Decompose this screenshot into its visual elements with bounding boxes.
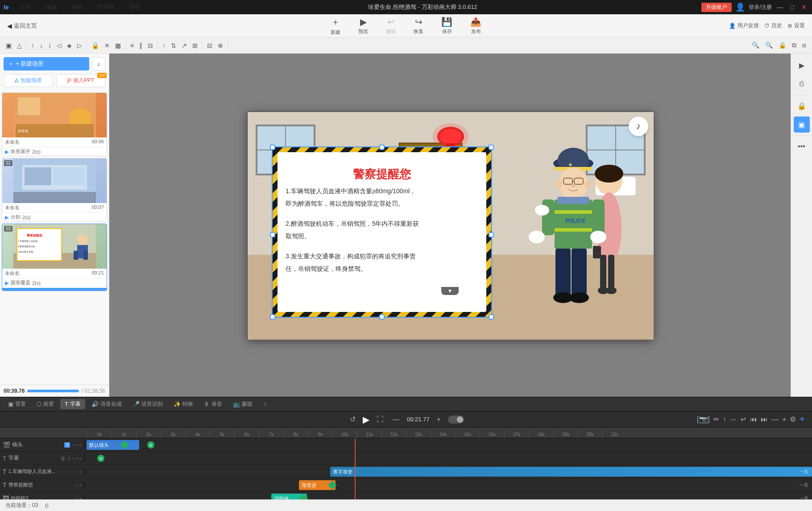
tab-stt[interactable]: 🎤 语音识别 <box>128 399 167 409</box>
tl-arrow-up-btn[interactable]: ↑ <box>723 415 726 424</box>
ai-scene-button[interactable]: A 智能场景 <box>4 74 53 87</box>
track-sub-trash[interactable]: 🗑 <box>60 455 66 461</box>
tool-zoom-out[interactable]: 🔍 <box>763 40 775 50</box>
redo-button[interactable]: ↪ 恢复 <box>410 15 427 37</box>
track-content-content[interactable]: 顶部伸 一直 <box>85 492 812 499</box>
canvas-scroll-area[interactable]: 警察提醒您 1.车辆驾驶人员血液中酒精含量≥80mg/100ml， 即为醉酒驾车… <box>109 54 791 397</box>
tl-plus-btn[interactable]: + <box>435 414 443 425</box>
tl-trans-btn[interactable]: ↔ <box>730 415 737 424</box>
track-cam-dot2[interactable]: • <box>75 442 78 448</box>
tab-record[interactable]: 🎙 录音 <box>199 399 227 409</box>
tab-tts[interactable]: 🔊 语音合成 <box>87 399 126 409</box>
tool-align-top[interactable]: ↑ <box>29 41 37 50</box>
tl-minus2-btn[interactable]: — <box>771 415 779 424</box>
track-camera-content[interactable]: 默认镜头 + <box>85 438 812 451</box>
tool-flip-v[interactable]: ⊕ <box>215 41 225 50</box>
rs-play-btn[interactable]: ▶ <box>794 57 810 73</box>
upgrade-button[interactable]: 升级账户 <box>701 3 732 12</box>
settings-button[interactable]: ⚙ 设置 <box>787 22 805 29</box>
undo-button[interactable]: ↩ 撤销 <box>382 15 399 37</box>
tool-align-left[interactable]: ◁ <box>54 41 64 50</box>
tab-mask[interactable]: 📺 蒙版 <box>228 399 257 409</box>
tab-effects[interactable]: ✨ 特效 <box>169 399 198 409</box>
track-t1-dot2[interactable]: • <box>79 469 82 475</box>
tl-plus2-btn[interactable]: + <box>782 415 786 424</box>
track-text1-content[interactable]: 逐字渐变 一直 <box>85 465 812 478</box>
tl-fullscreen-btn[interactable]: ⛶ <box>375 414 385 425</box>
tool-delete[interactable]: ✕ <box>102 41 112 50</box>
track-cam-dot3[interactable]: • <box>79 442 82 448</box>
rs-panel-btn[interactable]: ▣ <box>794 116 810 133</box>
menu-edit[interactable]: 编辑 <box>42 2 61 12</box>
scene-copy-icon[interactable]: ⎙ <box>45 503 48 509</box>
scene-item-1[interactable]: 未命名 未命名 00:06 ▶ 矩形展开 2(s) <box>2 92 107 156</box>
canvas-container[interactable]: 警察提醒您 1.车辆驾驶人员血液中酒精含量≥80mg/100ml， 即为醉酒驾车… <box>247 112 653 339</box>
menu-file[interactable]: 文件 <box>16 2 35 12</box>
tool-flip-h[interactable]: ⊟ <box>205 41 215 50</box>
rs-screenshot-btn[interactable]: ⎙ <box>794 76 810 92</box>
tool-order4[interactable]: ⊞ <box>190 41 200 50</box>
tool-distribute-h[interactable]: ≡ <box>128 41 136 50</box>
tl-prev-btn[interactable]: ⏮ <box>750 415 757 424</box>
tool-distribute-v[interactable]: ∥ <box>137 41 145 50</box>
tab-background[interactable]: ▣ 背景 <box>4 399 30 409</box>
track-sub-dot2[interactable]: • <box>75 455 78 461</box>
track-police-content[interactable]: 渐变进 一直 <box>85 478 812 491</box>
menu-timeline[interactable]: 时间轴 <box>94 2 118 12</box>
track-pt-dot2[interactable]: • <box>79 482 82 488</box>
tool-order2[interactable]: ⇅ <box>169 41 178 50</box>
tool-order1[interactable]: ↑ <box>160 41 168 50</box>
tool-paste[interactable]: ⧈ <box>800 40 808 50</box>
tl-camera-btn[interactable]: [📷] <box>697 415 710 424</box>
tool-lock2[interactable]: 🔒 <box>776 40 788 50</box>
tl-gear-btn[interactable]: ⚙ <box>790 415 796 424</box>
track-cb-dot1[interactable]: • <box>75 495 78 500</box>
close-button[interactable]: ✕ <box>800 4 808 11</box>
track-sub-dot1[interactable]: • <box>72 455 75 461</box>
canvas-collapse-handle[interactable]: ▼ <box>441 287 459 295</box>
tool-align-right[interactable]: ▷ <box>75 41 84 50</box>
rs-more-btn[interactable]: ••• <box>794 138 810 154</box>
maximize-button[interactable]: □ <box>789 4 796 11</box>
tl-minus-btn[interactable]: — <box>391 414 402 425</box>
track-camera-clip-main[interactable]: 默认镜头 <box>87 440 139 450</box>
tl-return-btn[interactable]: ↵ <box>741 415 746 424</box>
tab-subtitles[interactable]: T 字幕 <box>60 399 85 409</box>
tool-group[interactable]: ▦ <box>113 41 123 50</box>
tab-foreground[interactable]: ⬡ 前景 <box>32 399 58 409</box>
tool-lock[interactable]: 🔒 <box>89 41 101 50</box>
music-button[interactable]: ♪ <box>92 57 105 71</box>
track-text1-clip[interactable]: 逐字渐变 一直 <box>330 467 812 477</box>
tool-order3[interactable]: ↗ <box>179 41 189 50</box>
tool-zoom-in[interactable]: 🔍 <box>750 40 762 50</box>
tool-spacing[interactable]: ⊟ <box>145 41 155 50</box>
history-button[interactable]: ⏱ 历史 <box>764 22 782 29</box>
track-sub-dot3[interactable]: • <box>79 455 82 461</box>
new-scene-button[interactable]: ＋ + 新建场景 <box>4 57 89 71</box>
tool-shape[interactable]: △ <box>15 41 24 50</box>
scene-item-2[interactable]: 02 未命名 00:07 <box>2 158 107 222</box>
track-sub-copy[interactable]: ⎙ <box>67 455 71 461</box>
track-cb-dot2[interactable]: • <box>79 495 82 500</box>
tl-undo-btn[interactable]: ↺ <box>348 413 357 425</box>
save-button[interactable]: 💾 保存 <box>438 15 456 37</box>
menu-help[interactable]: 帮助 <box>125 2 144 12</box>
feedback-button[interactable]: 👤 用户反馈 <box>729 22 759 29</box>
preview-button[interactable]: ▶ 预览 <box>355 15 372 37</box>
tool-align-vcenter[interactable]: ↕ <box>46 41 54 50</box>
track-subtitle-content[interactable]: + <box>85 452 812 465</box>
tl-play-btn[interactable]: ▶ <box>363 414 369 425</box>
tl-edit-btn[interactable]: ✏ <box>713 415 719 424</box>
tool-align-hcenter[interactable]: ◈ <box>65 41 74 50</box>
tool-copy[interactable]: ⧉ <box>790 40 799 50</box>
tab-extra[interactable]: ○ <box>259 399 271 409</box>
publish-button[interactable]: 📤 发布 <box>467 15 485 37</box>
tool-select[interactable]: ▣ <box>4 41 14 50</box>
tool-align-bottom[interactable]: ↓ <box>37 41 45 50</box>
scene-item-3[interactable]: 03 警察提醒您 1.车辆驾驶人员血液... <box>2 224 107 291</box>
rs-lock-btn[interactable]: 🔒 <box>794 98 810 114</box>
tl-add-btn[interactable]: + <box>800 414 805 424</box>
back-to-home[interactable]: ◀ 返回主页 <box>7 22 37 30</box>
login-button[interactable]: 登录/注册 <box>749 4 771 11</box>
tl-next-btn[interactable]: ⏭ <box>761 415 768 424</box>
